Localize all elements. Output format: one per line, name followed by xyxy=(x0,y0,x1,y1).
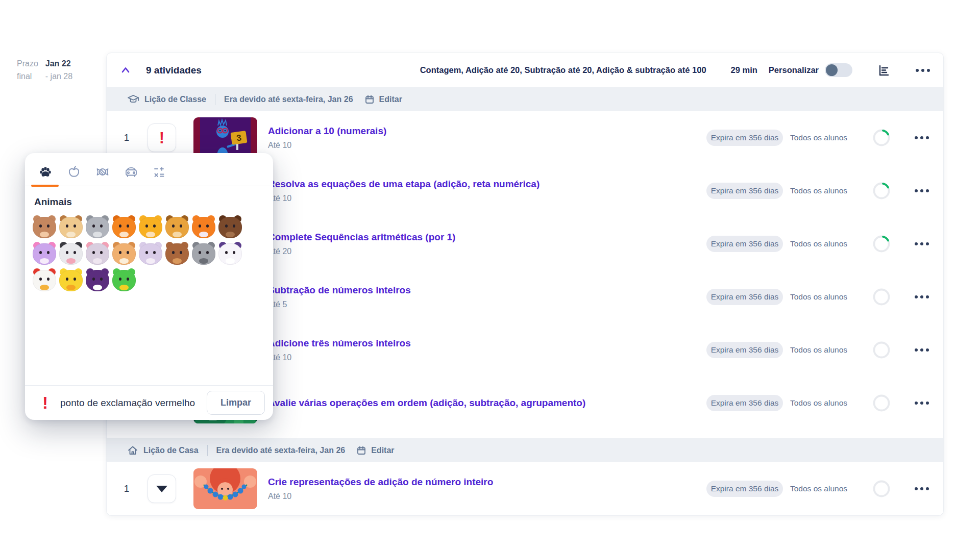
red-exclamation-icon: ! xyxy=(159,130,164,146)
panda-emoji[interactable] xyxy=(217,240,243,267)
expiry-badge: Expira em 356 dias xyxy=(706,130,783,146)
graduation-cap-icon xyxy=(127,93,139,106)
audience-label: Todos os alunos xyxy=(790,133,847,142)
row-menu-ellipsis[interactable] xyxy=(913,487,931,490)
expiry-badge: Expira em 356 dias xyxy=(706,236,783,252)
bear-emoji[interactable] xyxy=(164,240,190,267)
audience-label: Todos os alunos xyxy=(790,398,847,408)
penguin-emoji[interactable] xyxy=(84,267,111,293)
personalize-toggle[interactable] xyxy=(825,63,852,77)
frog-emoji[interactable] xyxy=(111,267,137,293)
expiry-badge: Expira em 356 dias xyxy=(706,289,783,305)
row-menu-ellipsis[interactable] xyxy=(913,136,931,139)
cat-emoji[interactable] xyxy=(137,214,164,240)
fox-emoji[interactable] xyxy=(111,214,137,240)
results-chart-icon[interactable] xyxy=(876,63,891,78)
header-menu-ellipsis[interactable] xyxy=(914,69,932,72)
audience-label: Todos os alunos xyxy=(790,345,847,355)
active-tab-underline xyxy=(31,185,59,187)
activity-title-link[interactable]: Crie representações de adição de número … xyxy=(268,477,706,488)
activity-title-link[interactable]: Adicione três números inteiros xyxy=(268,338,706,349)
progress-ring xyxy=(873,288,890,306)
row-menu-ellipsis[interactable] xyxy=(913,242,931,245)
activity-title-link[interactable]: Adicionar a 10 (numerais) xyxy=(268,126,706,137)
section-homework-band: Lição de Casa Era devido até sexta-feira… xyxy=(107,438,943,462)
activity-subtitle: Até 10 xyxy=(268,141,706,150)
row-menu-ellipsis[interactable] xyxy=(913,402,931,405)
row-menu-ellipsis[interactable] xyxy=(913,295,931,298)
monkey-emoji[interactable] xyxy=(31,214,58,240)
activity-subtitle: Até 10 xyxy=(268,492,706,501)
row-menu-ellipsis[interactable] xyxy=(913,348,931,352)
expiry-badge: Expira em 356 dias xyxy=(706,183,783,199)
collapse-chevron-icon[interactable] xyxy=(119,64,132,77)
row-menu-ellipsis[interactable] xyxy=(913,189,931,192)
audience-label: Todos os alunos xyxy=(790,239,847,248)
activity-title-link[interactable]: Avalie várias operações em ordem (adição… xyxy=(268,397,706,409)
emoji-tabs xyxy=(25,153,273,186)
activity-title-link[interactable]: Resolva as equações de uma etapa (adição… xyxy=(268,179,706,190)
emoji-marker-button[interactable]: ! xyxy=(148,123,176,152)
section-classwork-band: Lição de Classe Era devido até sexta-fei… xyxy=(107,87,943,111)
emoji-dropdown-button[interactable] xyxy=(148,474,176,503)
rabbit-emoji[interactable] xyxy=(137,240,164,267)
tab-animals[interactable] xyxy=(31,161,60,183)
section-label: Lição de Classe xyxy=(144,95,206,104)
mouse-emoji[interactable] xyxy=(84,240,111,267)
audience-label: Todos os alunos xyxy=(790,484,847,493)
progress-ring xyxy=(873,182,890,199)
activity-thumbnail[interactable] xyxy=(193,468,257,509)
emoji-picker-content: Animais xyxy=(25,186,273,293)
activity-thumbnail[interactable]: 3 xyxy=(193,117,257,158)
tab-math[interactable] xyxy=(145,161,174,183)
deadline-label-line1: Prazo xyxy=(17,57,38,70)
audience-label: Todos os alunos xyxy=(790,292,847,302)
expiry-badge: Expira em 356 dias xyxy=(706,342,783,358)
row-number: 1 xyxy=(119,132,134,143)
clear-button[interactable]: Limpar xyxy=(207,391,265,415)
cow-emoji[interactable] xyxy=(58,240,84,267)
selected-emoji-red-exclamation: ! xyxy=(42,394,48,411)
hamster-emoji[interactable] xyxy=(111,240,137,267)
emoji-section-title: Animais xyxy=(34,196,273,208)
dog-emoji[interactable] xyxy=(58,214,84,240)
progress-ring xyxy=(873,129,890,146)
deadline-label-line2: final xyxy=(17,70,38,83)
emoji-grid xyxy=(31,214,273,293)
activity-title-link[interactable]: Subtração de números inteiros xyxy=(268,285,706,296)
personalize-label: Personalizar xyxy=(769,65,819,75)
activity-subtitle: Até 10 xyxy=(268,194,706,203)
activity-subtitle: Até 10 xyxy=(268,353,706,362)
unicorn-emoji[interactable] xyxy=(31,240,58,267)
section-due-text: Era devido até sexta-feira, Jan 26 xyxy=(216,446,346,455)
audience-label: Todos os alunos xyxy=(790,186,847,195)
section-gap xyxy=(107,430,943,438)
deadline-end-date: - jan 28 xyxy=(45,70,72,83)
expiry-badge: Expira em 356 dias xyxy=(706,481,783,497)
tab-vehicles[interactable] xyxy=(117,161,145,183)
deadline-start-date: Jan 22 xyxy=(45,57,72,70)
lion-emoji[interactable] xyxy=(164,214,190,240)
edit-classwork-button[interactable]: Editar xyxy=(379,95,402,104)
emoji-picker-popup: Animais ! ponto de exclamação vermelho L… xyxy=(25,153,273,420)
card-header: 9 atividades Contagem, Adição até 20, Su… xyxy=(107,53,943,87)
activity-subtitle: Até 20 xyxy=(268,247,706,256)
activity-row: 1 xyxy=(107,462,943,515)
progress-ring xyxy=(873,341,890,359)
wolf-emoji[interactable] xyxy=(84,214,111,240)
horse-emoji[interactable] xyxy=(217,214,243,240)
chick-emoji[interactable] xyxy=(58,267,84,293)
emoji-picker-footer: ! ponto de exclamação vermelho Limpar xyxy=(25,385,273,420)
edit-homework-button[interactable]: Editar xyxy=(371,446,394,455)
tab-food[interactable] xyxy=(60,161,88,183)
activity-subtitle: Até 5 xyxy=(268,300,706,309)
expiry-badge: Expira em 356 dias xyxy=(706,395,783,411)
tab-candy[interactable] xyxy=(88,161,117,183)
koala-emoji[interactable] xyxy=(190,240,217,267)
home-icon xyxy=(127,445,138,456)
activity-title-link[interactable]: Complete Sequências aritméticas (por 1) xyxy=(268,232,706,243)
progress-ring xyxy=(873,480,890,497)
chicken-emoji[interactable] xyxy=(31,267,58,293)
tiger-emoji[interactable] xyxy=(190,214,217,240)
progress-ring xyxy=(873,235,890,253)
